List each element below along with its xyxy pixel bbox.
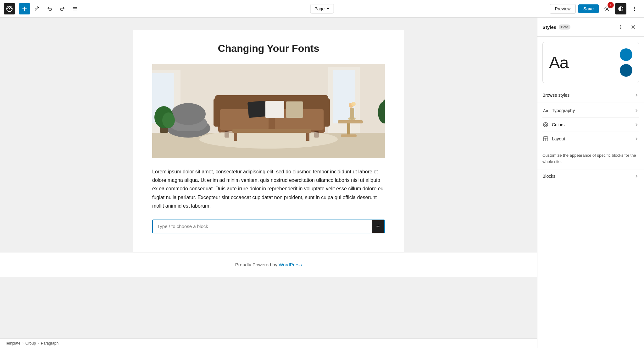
- editor-area: Changing Your Fonts: [0, 18, 537, 348]
- breadcrumb: Template › Group › Paragraph: [0, 338, 537, 348]
- svg-rect-23: [286, 101, 303, 118]
- panel-title: Styles: [542, 24, 556, 30]
- layout-menu-item-left: Layout: [542, 136, 565, 142]
- body-text: Lorem ipsum dolor sit amet, consectetur …: [152, 167, 385, 210]
- svg-rect-29: [341, 134, 357, 137]
- block-type-input[interactable]: [153, 220, 372, 232]
- toolbar-center: Page: [310, 4, 334, 14]
- svg-rect-31: [350, 108, 354, 120]
- block-input-container[interactable]: +: [152, 220, 385, 233]
- breadcrumb-group[interactable]: Group: [25, 341, 36, 345]
- customize-text: Customize the appearance of specific blo…: [542, 152, 639, 165]
- colors-arrow-icon: [634, 122, 639, 127]
- footer-area: Proudly Powered by WordPress: [0, 252, 537, 277]
- toolbar: Page Preview Save 1: [0, 0, 644, 18]
- svg-point-6: [634, 10, 635, 11]
- blocks-arrow-icon: [634, 174, 639, 179]
- typography-icon: Aa: [542, 107, 549, 114]
- add-block-inline-button[interactable]: +: [372, 220, 384, 233]
- styles-panel: Styles Beta Aa Browse styles: [537, 18, 644, 348]
- editor-canvas: Changing Your Fonts: [133, 30, 404, 252]
- svg-rect-44: [232, 129, 311, 133]
- svg-point-1: [9, 8, 10, 9]
- panel-header: Styles Beta: [537, 18, 644, 37]
- preview-aa-text: Aa: [549, 53, 569, 72]
- svg-point-5: [634, 8, 635, 9]
- blocks-button[interactable]: Blocks: [537, 170, 644, 182]
- preview-button[interactable]: Preview: [550, 4, 576, 14]
- colors-label: Colors: [552, 122, 564, 127]
- typography-menu-item-left: Aa Typography: [542, 107, 575, 114]
- svg-point-26: [171, 103, 206, 125]
- svg-point-49: [545, 124, 547, 126]
- preview-circles: [620, 48, 632, 77]
- colors-menu-item-left: Colors: [542, 122, 564, 128]
- tools-button[interactable]: [31, 3, 43, 14]
- toolbar-left: [4, 3, 80, 14]
- breadcrumb-template[interactable]: Template: [5, 341, 20, 345]
- svg-point-4: [634, 7, 635, 8]
- preview-circle-2: [620, 64, 632, 77]
- svg-point-45: [620, 25, 621, 26]
- browse-styles-arrow-icon: [634, 93, 639, 98]
- main-layout: Changing Your Fonts: [0, 18, 644, 348]
- layout-menu-item[interactable]: Layout: [542, 132, 639, 146]
- svg-rect-22: [265, 101, 284, 118]
- typography-label: Typography: [552, 108, 575, 113]
- colors-menu-item[interactable]: Colors: [542, 118, 639, 132]
- list-view-button[interactable]: [69, 3, 80, 14]
- featured-image: [152, 64, 385, 158]
- svg-rect-28: [347, 123, 350, 134]
- layout-label: Layout: [552, 136, 565, 141]
- typography-menu-item[interactable]: Aa Typography: [542, 104, 639, 118]
- blocks-label: Blocks: [542, 174, 555, 179]
- save-button[interactable]: Save: [578, 4, 599, 13]
- layout-icon: [542, 136, 549, 142]
- svg-rect-50: [543, 137, 548, 141]
- svg-rect-27: [338, 120, 363, 123]
- panel-menu: Aa Typography Colors: [537, 102, 644, 147]
- breadcrumb-sep-1: ›: [22, 341, 24, 345]
- panel-more-button[interactable]: [615, 21, 626, 33]
- add-block-button[interactable]: [19, 3, 30, 14]
- theme-toggle-button[interactable]: [615, 3, 626, 14]
- redo-button[interactable]: [57, 3, 68, 14]
- breadcrumb-sep-2: ›: [38, 341, 39, 345]
- breadcrumb-paragraph[interactable]: Paragraph: [41, 341, 58, 345]
- layout-arrow-icon: [634, 136, 639, 141]
- page-selector-label: Page: [314, 6, 325, 11]
- svg-point-47: [620, 28, 621, 29]
- svg-point-2: [606, 8, 608, 9]
- notification-badge: 1: [601, 3, 613, 14]
- beta-badge: Beta: [559, 24, 570, 30]
- svg-point-40: [162, 112, 175, 128]
- browse-styles-label: Browse styles: [542, 93, 569, 98]
- page-selector-button[interactable]: Page: [310, 4, 334, 14]
- wp-logo-icon[interactable]: [4, 3, 15, 14]
- browse-styles-button[interactable]: Browse styles: [537, 88, 644, 102]
- notification-count: 1: [608, 2, 614, 8]
- toolbar-right: Preview Save 1: [550, 3, 641, 14]
- panel-close-button[interactable]: [628, 21, 639, 33]
- undo-button[interactable]: [44, 3, 55, 14]
- footer-link[interactable]: WordPress: [279, 262, 302, 267]
- svg-point-48: [543, 122, 548, 127]
- colors-icon: [542, 122, 549, 128]
- more-options-button[interactable]: [629, 3, 640, 14]
- svg-rect-21: [247, 101, 266, 118]
- svg-point-46: [620, 27, 621, 28]
- page-title: Changing Your Fonts: [152, 43, 385, 54]
- svg-point-33: [351, 102, 356, 106]
- panel-header-actions: [615, 21, 639, 33]
- footer-text: Proudly Powered by: [235, 262, 279, 267]
- customize-section: Customize the appearance of specific blo…: [537, 147, 644, 170]
- typography-arrow-icon: [634, 108, 639, 113]
- style-preview: Aa: [542, 42, 639, 83]
- preview-circle-1: [620, 48, 632, 61]
